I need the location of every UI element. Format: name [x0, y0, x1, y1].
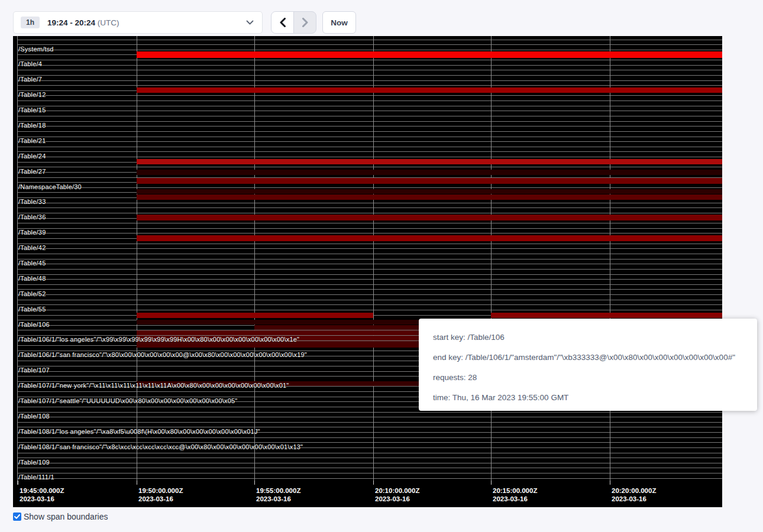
- heat-bar: [491, 87, 610, 93]
- row-label: /Table/36: [18, 213, 46, 220]
- heat-bar: [254, 313, 373, 318]
- heat-bar: [254, 51, 373, 58]
- heat-bar: [254, 87, 373, 93]
- x-axis-label: 20:20:00.000Z2023-03-16: [612, 486, 656, 503]
- span-boundary-line: [17, 233, 722, 233]
- heat-bar: [373, 189, 491, 194]
- span-boundary-line: [17, 279, 722, 280]
- span-boundary-line: [17, 95, 722, 96]
- now-button[interactable]: Now: [322, 11, 356, 34]
- span-boundary-line: [17, 207, 722, 208]
- heat-bar: [137, 215, 254, 220]
- x-axis-tick: [254, 481, 255, 485]
- time-range-selector[interactable]: 1h 19:24 - 20:24 (UTC): [13, 11, 263, 34]
- span-boundary-line: [17, 40, 722, 40]
- x-axis-label: 20:10:00.000Z2023-03-16: [375, 486, 419, 503]
- span-boundary-line: [17, 437, 722, 438]
- span-boundary-line: [17, 106, 722, 106]
- heat-bar: [491, 194, 610, 200]
- span-boundary-line: [17, 203, 722, 203]
- span-boundary-line: [17, 80, 722, 81]
- tooltip-start-key: start key: /Table/106: [433, 327, 746, 348]
- heat-bar: [254, 178, 373, 184]
- heat-bar: [137, 320, 254, 325]
- heat-bar: [491, 170, 610, 175]
- time-bucket-line: [610, 36, 610, 485]
- span-boundary-line: [17, 85, 722, 86]
- footer: Show span boundaries: [13, 512, 108, 521]
- row-label: /Table/52: [18, 290, 46, 297]
- heat-bar: [491, 178, 610, 184]
- span-boundary-line: [17, 187, 722, 188]
- row-label: /Table/106/1/"los angeles"/"\x99\x99\x99…: [18, 336, 299, 343]
- span-boundary-line: [17, 75, 722, 76]
- span-boundary-line: [17, 228, 722, 229]
- heat-bar: [373, 87, 491, 93]
- span-boundary-line: [17, 116, 722, 116]
- toolbar: 1h 19:24 - 20:24 (UTC) Now: [0, 0, 763, 36]
- heat-bar: [373, 235, 491, 241]
- row-label: /Table/39: [18, 229, 46, 236]
- row-label: /Table/108: [18, 413, 50, 420]
- prev-time-button[interactable]: [271, 12, 294, 33]
- span-boundary-line: [17, 137, 722, 137]
- span-boundary-line: [17, 141, 722, 142]
- span-boundary-line: [17, 111, 722, 111]
- heat-bar: [491, 159, 610, 164]
- heat-bar: [137, 330, 254, 335]
- row-label: /Table/107/1/"seattle"/"UUUUUUD\x00\x80\…: [18, 397, 237, 404]
- span-boundary-line: [17, 131, 722, 132]
- span-boundary-line: [17, 463, 722, 463]
- row-label: /Table/48: [18, 275, 46, 282]
- x-axis-label: 20:15:00.000Z2023-03-16: [493, 486, 537, 503]
- span-boundary-line: [17, 289, 722, 290]
- row-label: /Table/4: [18, 60, 42, 67]
- heat-bar: [373, 159, 491, 164]
- time-range-value: 19:24 - 20:24: [47, 18, 95, 27]
- show-span-boundaries-checkbox[interactable]: [13, 512, 21, 521]
- span-boundary-line: [17, 274, 722, 275]
- x-axis-label: 19:50:00.000Z2023-03-16: [138, 486, 183, 503]
- row-label: /Table/107/1/"new york"/"\x11\x11\x11\x1…: [18, 382, 289, 389]
- heat-bar: [254, 194, 373, 200]
- heat-bar: [137, 87, 254, 93]
- row-label: /Table/12: [18, 91, 46, 98]
- key-visualizer-canvas[interactable]: /System/tsd/Table/4/Table/7/Table/12/Tab…: [13, 36, 722, 507]
- span-boundary-line: [17, 284, 722, 285]
- span-boundary-line: [17, 422, 722, 423]
- heat-bar: [254, 320, 373, 325]
- heat-bar: [137, 313, 254, 318]
- row-label: /Table/24: [18, 153, 46, 160]
- time-bucket-line: [491, 36, 492, 485]
- span-boundary-line: [17, 259, 722, 259]
- span-boundary-line: [17, 417, 722, 417]
- heat-bar: [254, 170, 373, 175]
- chevron-right-icon: [302, 18, 309, 27]
- heat-bar: [610, 159, 722, 164]
- x-axis-tick: [610, 481, 610, 485]
- heat-bar: [491, 313, 610, 318]
- row-label: /Table/45: [18, 259, 46, 267]
- row-label: /Table/15: [18, 106, 46, 113]
- heat-bar: [137, 159, 254, 164]
- heat-bar: [610, 51, 722, 58]
- check-icon: [14, 514, 20, 519]
- next-time-button[interactable]: [294, 12, 316, 33]
- x-axis-label: 19:55:00.000Z2023-03-16: [256, 486, 300, 503]
- x-axis-tick: [18, 481, 18, 485]
- row-label: /Table/108/1/"san francisco"/"\x8c\xcc\x…: [18, 443, 303, 450]
- time-bucket-line: [137, 36, 137, 485]
- heat-bar: [254, 325, 373, 330]
- heat-bar: [254, 215, 373, 220]
- heat-bar: [491, 189, 610, 194]
- tooltip-end-key: end key: /Table/106/1/"amsterdam"/"\xb33…: [433, 348, 746, 368]
- heat-bar: [610, 87, 722, 93]
- span-boundary-line: [17, 453, 722, 453]
- span-boundary-line: [17, 60, 722, 60]
- row-label: /Table/18: [18, 122, 46, 129]
- span-boundary-line: [17, 70, 722, 70]
- span-boundary-line: [17, 458, 722, 458]
- heat-bar: [254, 189, 373, 194]
- span-boundary-line: [17, 294, 722, 295]
- span-boundary-line: [17, 126, 722, 126]
